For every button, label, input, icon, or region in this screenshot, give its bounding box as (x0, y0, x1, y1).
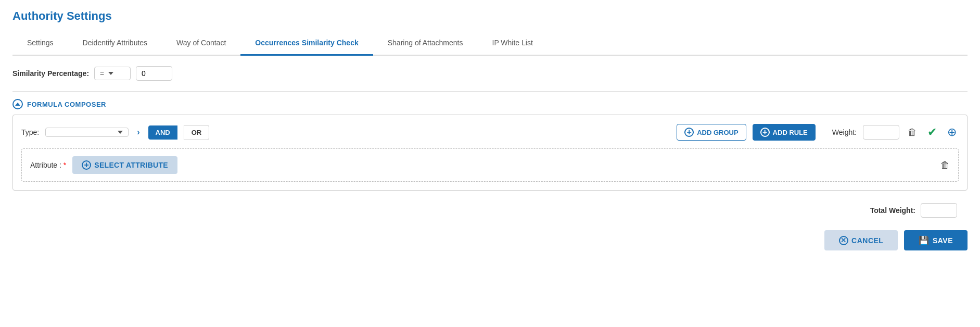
save-icon: 💾 (919, 235, 930, 245)
operator-chevron-icon (108, 72, 113, 75)
add-group-plus-icon: + (684, 128, 694, 137)
save-button[interactable]: 💾 SAVE (904, 230, 968, 250)
select-attr-plus-icon: + (82, 160, 91, 170)
delete-attribute-icon[interactable]: 🗑 (940, 160, 950, 171)
tab-occurrences[interactable]: Occurrences Similarity Check (240, 31, 373, 56)
formula-composer-header[interactable]: FORMULA COMPOSER (12, 99, 968, 109)
tab-ipwhitelist[interactable]: IP White List (478, 31, 548, 56)
cancel-button[interactable]: ✕ CANCEL (824, 230, 898, 250)
tab-deidentify[interactable]: Deidentify Attributes (68, 31, 162, 56)
tabs-bar: Settings Deidentify Attributes Way of Co… (12, 31, 968, 56)
add-rule-plus-icon: + (760, 128, 770, 137)
tab-sharing[interactable]: Sharing of Attachments (373, 31, 478, 56)
section-divider (12, 91, 968, 92)
attribute-label: Attribute : * (30, 161, 66, 169)
similarity-row: Similarity Percentage: = (12, 66, 968, 81)
footer-row: ✕ CANCEL 💾 SAVE (12, 230, 968, 250)
chevron-up-arrow-icon (15, 103, 20, 106)
save-label: SAVE (933, 236, 953, 245)
attribute-section: Attribute : * + SELECT ATTRIBUTE 🗑 (21, 148, 959, 182)
select-attribute-label: SELECT ATTRIBUTE (94, 161, 168, 169)
type-select[interactable] (45, 128, 129, 137)
total-weight-row: Total Weight: (12, 203, 968, 218)
formula-composer-box: Type: › AND OR + ADD GROUP + ADD RULE We… (12, 115, 968, 191)
collapse-icon (12, 99, 23, 109)
btn-or[interactable]: OR (184, 125, 210, 140)
similarity-value-input[interactable] (136, 66, 172, 81)
weight-input[interactable] (863, 125, 899, 140)
cancel-circle-icon: ✕ (839, 236, 848, 245)
rule-row: Type: › AND OR + ADD GROUP + ADD RULE We… (21, 123, 959, 141)
operator-value: = (100, 69, 104, 78)
page-wrapper: Authority Settings Settings Deidentify A… (0, 0, 980, 260)
operator-select[interactable]: = (94, 67, 131, 80)
total-weight-input[interactable] (921, 203, 957, 218)
weight-label: Weight: (832, 128, 857, 136)
btn-add-group[interactable]: + ADD GROUP (677, 124, 746, 141)
required-star: * (63, 161, 66, 169)
add-group-label: ADD GROUP (697, 129, 738, 136)
btn-and[interactable]: AND (148, 125, 177, 140)
type-chevron-icon (118, 131, 123, 134)
tab-settings[interactable]: Settings (12, 31, 68, 56)
tab-wayofcontact[interactable]: Way of Contact (162, 31, 240, 56)
total-weight-label: Total Weight: (870, 206, 915, 215)
arrow-right-icon: › (137, 128, 139, 137)
formula-composer-title: FORMULA COMPOSER (27, 100, 106, 108)
type-label: Type: (21, 128, 39, 136)
page-title: Authority Settings (12, 9, 968, 23)
cancel-label: CANCEL (851, 236, 883, 245)
btn-select-attribute[interactable]: + SELECT ATTRIBUTE (72, 156, 177, 174)
delete-rule-button[interactable]: 🗑 (906, 125, 919, 140)
add-rule-label: ADD RULE (773, 129, 808, 136)
btn-add-rule[interactable]: + ADD RULE (753, 124, 816, 141)
add-icon-button[interactable]: ⊕ (945, 123, 959, 141)
confirm-rule-button[interactable]: ✔ (925, 123, 939, 141)
similarity-label: Similarity Percentage: (12, 69, 89, 78)
